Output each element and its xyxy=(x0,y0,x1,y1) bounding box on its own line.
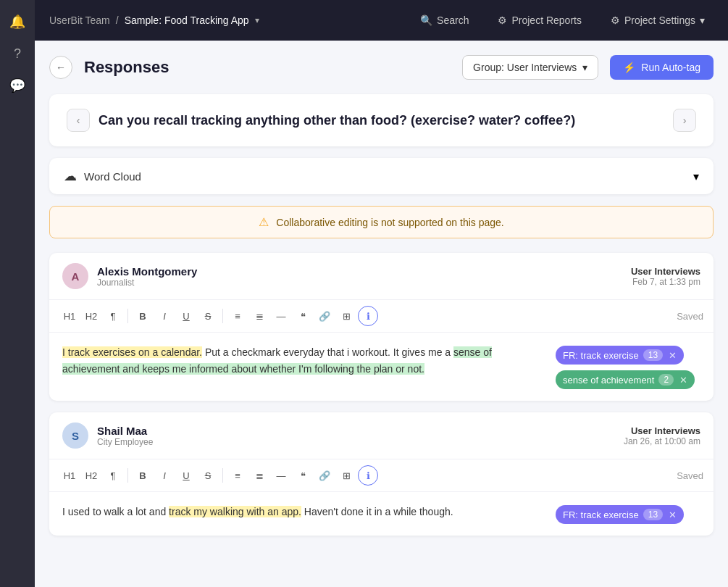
strikethrough-button[interactable]: S xyxy=(198,306,218,326)
search-label: Search xyxy=(437,14,469,26)
editor-content: I used to walk a lot and track my walkin… xyxy=(49,492,714,536)
user-name: Alexis Montgomery xyxy=(97,265,631,278)
word-cloud-label: ☁ Word Cloud xyxy=(64,168,141,184)
tag-badge[interactable]: sense of achievement 2 ✕ xyxy=(556,370,695,389)
highlighted-text: track my walking with an app. xyxy=(169,506,301,517)
divider-button[interactable]: — xyxy=(271,465,291,486)
bold-button[interactable]: B xyxy=(133,465,153,486)
breadcrumb-sep: / xyxy=(116,14,119,26)
h2-button[interactable]: H2 xyxy=(81,465,101,486)
responses-header: ← Responses Group: User Interviews ▾ ⚡ R… xyxy=(49,55,714,80)
autotag-label: Run Auto-tag xyxy=(641,62,700,73)
user-info: Alexis Montgomery Journalist xyxy=(97,265,631,288)
response-meta: A Alexis Montgomery Journalist User Inte… xyxy=(49,253,714,300)
tags-column: FR: track exercise 13 ✕ sense of achieve… xyxy=(556,346,700,389)
tag-remove-button[interactable]: ✕ xyxy=(669,350,677,361)
toolbar-separator xyxy=(127,468,128,483)
saved-status: Saved xyxy=(677,470,703,481)
response-card: A Alexis Montgomery Journalist User Inte… xyxy=(49,253,714,401)
h2-button[interactable]: H2 xyxy=(81,306,101,326)
chat-icon[interactable]: 💬 xyxy=(4,72,30,99)
project-name[interactable]: Sample: Food Tracking App xyxy=(125,14,249,26)
strikethrough-button[interactable]: S xyxy=(198,465,218,486)
italic-button[interactable]: I xyxy=(154,306,175,326)
warning-text: Collaborative editing is not supported o… xyxy=(276,217,503,228)
response-text[interactable]: I track exercises on a calendar. Put a c… xyxy=(62,344,544,389)
back-button[interactable]: ← xyxy=(49,56,72,79)
highlighted-text: I track exercises on a calendar. xyxy=(62,346,202,358)
table-button[interactable]: ⊞ xyxy=(336,465,356,486)
avatar: A xyxy=(62,263,88,289)
bullet-list-button[interactable]: ≡ xyxy=(227,306,248,326)
sidebar: 🔔 ? 💬 xyxy=(0,0,35,587)
tag-badge[interactable]: FR: track exercise 13 ✕ xyxy=(556,346,684,365)
user-role: City Employee xyxy=(97,437,624,447)
question-card: ‹ Can you recall tracking anything other… xyxy=(49,94,714,146)
response-card: S Shail Maa City Employee User Interview… xyxy=(49,412,714,536)
h1-button[interactable]: H1 xyxy=(59,306,80,326)
tag-remove-button[interactable]: ✕ xyxy=(679,375,687,386)
source-name: User Interviews xyxy=(624,425,700,436)
prev-question-button[interactable]: ‹ xyxy=(67,109,90,132)
word-cloud-icon: ☁ xyxy=(64,168,77,184)
bullet-list-button[interactable]: ≡ xyxy=(227,465,248,486)
paragraph-button[interactable]: ¶ xyxy=(103,465,123,486)
link-button[interactable]: 🔗 xyxy=(314,465,335,486)
bell-icon[interactable]: 🔔 xyxy=(4,9,30,35)
underline-button[interactable]: U xyxy=(176,306,196,326)
run-autotag-button[interactable]: ⚡ Run Auto-tag xyxy=(610,55,714,80)
italic-button[interactable]: I xyxy=(154,465,175,486)
tag-badge[interactable]: FR: track exercise 13 ✕ xyxy=(556,505,684,524)
response-source: User Interviews Feb 7, at 1:33 pm xyxy=(631,266,700,287)
group-dropdown[interactable]: Group: User Interviews ▾ xyxy=(462,55,598,80)
warning-banner: ⚠ Collaborative editing is not supported… xyxy=(49,206,714,238)
saved-status: Saved xyxy=(677,311,703,322)
quote-button[interactable]: ❝ xyxy=(293,465,313,486)
quote-button[interactable]: ❝ xyxy=(293,306,313,326)
word-cloud-text: Word Cloud xyxy=(84,170,141,183)
info-button[interactable]: ℹ xyxy=(358,306,378,326)
top-nav: UserBit Team / Sample: Food Tracking App… xyxy=(35,0,728,41)
tag-count: 2 xyxy=(658,374,674,386)
table-button[interactable]: ⊞ xyxy=(336,306,356,326)
word-cloud-bar[interactable]: ☁ Word Cloud ▾ xyxy=(49,158,714,194)
help-icon[interactable]: ? xyxy=(4,41,30,67)
h1-button[interactable]: H1 xyxy=(59,465,80,486)
project-reports-button[interactable]: ⚙ Project Reports xyxy=(489,10,590,30)
source-name: User Interviews xyxy=(631,266,700,277)
word-cloud-chevron: ▾ xyxy=(693,170,699,183)
tags-column: FR: track exercise 13 ✕ xyxy=(556,505,700,524)
next-question-button[interactable]: › xyxy=(673,109,696,132)
group-dropdown-arrow: ▾ xyxy=(582,62,587,73)
underline-button[interactable]: U xyxy=(176,465,196,486)
tag-label: FR: track exercise xyxy=(563,350,639,361)
link-button[interactable]: 🔗 xyxy=(314,306,335,326)
page-title: Responses xyxy=(84,58,451,77)
paragraph-button[interactable]: ¶ xyxy=(103,306,123,326)
info-button[interactable]: ℹ xyxy=(358,465,378,486)
ordered-list-button[interactable]: ≣ xyxy=(249,306,269,326)
editor-content: I track exercises on a calendar. Put a c… xyxy=(49,333,714,401)
response-text[interactable]: I used to walk a lot and track my walkin… xyxy=(62,504,544,524)
bold-button[interactable]: B xyxy=(133,306,153,326)
user-info: Shail Maa City Employee xyxy=(97,425,624,447)
project-dropdown-arrow[interactable]: ▾ xyxy=(255,15,259,25)
source-date: Feb 7, at 1:33 pm xyxy=(631,277,700,287)
main-content: UserBit Team / Sample: Food Tracking App… xyxy=(35,0,728,587)
toolbar-separator xyxy=(222,468,223,483)
divider-button[interactable]: — xyxy=(271,306,291,326)
group-label: Group: User Interviews xyxy=(473,62,577,73)
avatar: S xyxy=(62,422,88,449)
search-button[interactable]: 🔍 Search xyxy=(411,10,477,30)
reports-label: Project Reports xyxy=(511,14,581,26)
breadcrumb: UserBit Team / Sample: Food Tracking App… xyxy=(49,14,259,26)
source-date: Jan 26, at 10:00 am xyxy=(624,436,700,446)
search-icon: 🔍 xyxy=(420,14,432,26)
tag-remove-button[interactable]: ✕ xyxy=(669,509,677,520)
team-name[interactable]: UserBit Team xyxy=(49,14,110,26)
editor-toolbar: H1 H2 ¶ B I U S ≡ ≣ — ❝ 🔗 ⊞ ℹ Saved xyxy=(49,300,714,333)
ordered-list-button[interactable]: ≣ xyxy=(249,465,269,486)
project-settings-button[interactable]: ⚙ Project Settings ▾ xyxy=(602,10,714,30)
response-source: User Interviews Jan 26, at 10:00 am xyxy=(624,425,700,446)
user-name: Shail Maa xyxy=(97,425,624,437)
